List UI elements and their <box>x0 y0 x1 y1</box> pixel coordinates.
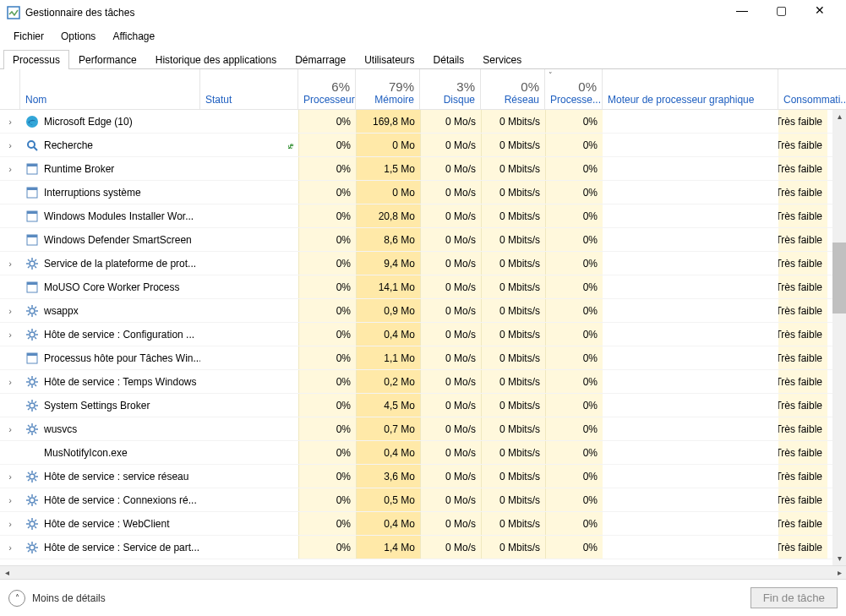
expand-toggle[interactable]: › <box>0 157 20 180</box>
column-status[interactable]: Statut <box>200 69 298 109</box>
process-row[interactable]: ›Microsoft Edge (10)0%169,8 Mo0 Mo/s0 Mb… <box>0 110 846 134</box>
process-row[interactable]: Windows Defender SmartScreen0%8,6 Mo0 Mo… <box>0 228 846 252</box>
memory-cell: 1,1 Mo <box>356 346 420 369</box>
network-cell: 0 Mbits/s <box>481 465 545 488</box>
svg-line-84 <box>28 496 30 498</box>
svg-point-52 <box>30 403 35 408</box>
horizontal-scrollbar[interactable]: ◂ ▸ <box>0 565 846 579</box>
power-cell: Très faible <box>778 441 827 464</box>
expand-toggle[interactable]: › <box>0 323 20 346</box>
title-bar: Gestionnaire des tâches — ▢ ✕ <box>0 0 846 25</box>
memory-cell: 0,4 Mo <box>356 512 420 535</box>
scroll-right-icon[interactable]: ▸ <box>832 568 846 577</box>
tab-users[interactable]: Utilisateurs <box>355 50 423 69</box>
tab-performance[interactable]: Performance <box>69 50 146 69</box>
process-status-cell <box>200 204 298 227</box>
process-row[interactable]: ›wsappx0%0,9 Mo0 Mo/s0 Mbits/s0%Très fai… <box>0 299 846 323</box>
process-name-cell: Microsoft Edge (10) <box>20 110 200 133</box>
process-row[interactable]: ›wusvcs0%0,7 Mo0 Mo/s0 Mbits/s0%Très fai… <box>0 417 846 441</box>
process-status-cell <box>200 181 298 204</box>
tab-details[interactable]: Détails <box>424 50 474 69</box>
scroll-up-icon[interactable]: ▴ <box>832 110 846 123</box>
tab-app-history[interactable]: Historique des applications <box>146 50 286 69</box>
process-row[interactable]: ›Hôte de service : WebClient0%0,4 Mo0 Mo… <box>0 512 846 536</box>
svg-line-49 <box>35 384 36 386</box>
expand-toggle[interactable]: › <box>0 488 20 511</box>
gpu-engine-cell <box>603 275 778 298</box>
window-title: Gestionnaire des tâches <box>25 7 134 19</box>
chevron-up-icon: ˄ <box>8 590 25 607</box>
process-icon <box>25 186 39 199</box>
expand-toggle[interactable]: › <box>0 465 20 488</box>
process-row[interactable]: ›Hôte de service : service réseau0%3,6 M… <box>0 465 846 488</box>
svg-line-93 <box>28 520 30 521</box>
column-network[interactable]: 0%Réseau <box>481 69 545 109</box>
process-row[interactable]: ›Hôte de service : Configuration ...0%0,… <box>0 323 846 346</box>
process-row[interactable]: System Settings Broker0%4,5 Mo0 Mo/s0 Mb… <box>0 394 846 417</box>
expand-toggle[interactable]: › <box>0 134 20 156</box>
memory-cell: 0,4 Mo <box>356 323 420 346</box>
process-icon <box>25 541 39 554</box>
expand-toggle[interactable]: › <box>0 417 20 440</box>
cpu-cell: 0% <box>298 394 356 417</box>
svg-line-68 <box>28 432 30 433</box>
expand-toggle[interactable]: › <box>0 299 20 322</box>
process-row[interactable]: ›Hôte de service : Temps Windows0%0,2 Mo… <box>0 370 846 394</box>
gpu-engine-cell <box>603 228 778 251</box>
process-status-cell: ⸙ <box>200 134 298 156</box>
menu-options[interactable]: Options <box>54 29 102 44</box>
scrollbar-thumb[interactable] <box>832 243 846 314</box>
expand-toggle[interactable]: › <box>0 512 20 535</box>
process-row[interactable]: Windows Modules Installer Wor...0%20,8 M… <box>0 204 846 228</box>
scroll-down-icon[interactable]: ▾ <box>832 552 846 565</box>
process-name-cell: System Settings Broker <box>20 394 200 417</box>
column-disk[interactable]: 3%Disque <box>420 69 481 109</box>
power-cell: Très faible <box>778 252 827 275</box>
svg-rect-5 <box>27 164 37 166</box>
svg-line-75 <box>28 472 30 474</box>
column-gpu-engine[interactable]: Moteur de processeur graphique <box>603 69 778 109</box>
scroll-left-icon[interactable]: ◂ <box>0 568 14 577</box>
process-row[interactable]: MoUSO Core Worker Process0%14,1 Mo0 Mo/s… <box>0 275 846 299</box>
menu-file[interactable]: Fichier <box>7 29 51 44</box>
memory-cell: 0 Mo <box>356 181 420 204</box>
fewer-details-button[interactable]: ˄ Moins de détails <box>8 590 106 607</box>
process-status-cell <box>200 488 298 511</box>
column-cpu[interactable]: 6%Processeur <box>298 69 356 109</box>
expand-toggle[interactable]: › <box>0 370 20 393</box>
column-memory[interactable]: 79%Mémoire <box>356 69 420 109</box>
minimize-button[interactable]: — <box>723 0 761 23</box>
process-row[interactable]: Interruptions système0%0 Mo0 Mo/s0 Mbits… <box>0 181 846 204</box>
process-row[interactable]: Processus hôte pour Tâches Win...0%1,1 M… <box>0 346 846 370</box>
tab-processes[interactable]: Processus <box>3 50 69 69</box>
process-row[interactable]: ›Hôte de service : Service de part...0%1… <box>0 536 846 559</box>
tab-startup[interactable]: Démarrage <box>286 50 355 69</box>
column-gpu[interactable]: ˅0%Processe... <box>545 69 603 109</box>
column-power[interactable]: Consommati... <box>778 69 827 109</box>
column-name[interactable]: Nom <box>20 69 200 109</box>
close-button[interactable]: ✕ <box>800 0 839 23</box>
network-cell: 0 Mbits/s <box>481 181 545 204</box>
gpu-engine-cell <box>603 536 778 559</box>
process-row[interactable]: ›Hôte de service : Connexions ré...0%0,5… <box>0 488 846 512</box>
svg-line-57 <box>28 401 30 403</box>
process-row[interactable]: ›Recherche⸙0%0 Mo0 Mo/s0 Mbits/s0%Très f… <box>0 134 846 157</box>
svg-point-23 <box>30 308 35 313</box>
memory-cell: 0,4 Mo <box>356 441 420 464</box>
tab-services[interactable]: Services <box>473 50 531 69</box>
gpu-engine-cell <box>603 323 778 346</box>
gpu-cell: 0% <box>545 394 603 417</box>
process-row[interactable]: MusNotifyIcon.exe0%0,4 Mo0 Mo/s0 Mbits/s… <box>0 441 846 465</box>
process-row[interactable]: ›Service de la plateforme de prot...0%9,… <box>0 252 846 275</box>
vertical-scrollbar[interactable]: ▴ ▾ <box>832 110 846 565</box>
menu-view[interactable]: Affichage <box>106 29 161 44</box>
expand-toggle[interactable]: › <box>0 110 20 133</box>
expand-toggle[interactable]: › <box>0 536 20 559</box>
process-list: ›Microsoft Edge (10)0%169,8 Mo0 Mo/s0 Mb… <box>0 110 846 565</box>
cpu-cell: 0% <box>298 441 356 464</box>
expand-toggle[interactable]: › <box>0 252 20 275</box>
maximize-button[interactable]: ▢ <box>761 0 800 23</box>
process-name-cell: Hôte de service : Configuration ... <box>20 323 200 346</box>
end-task-button[interactable]: Fin de tâche <box>750 587 838 608</box>
process-row[interactable]: ›Runtime Broker0%1,5 Mo0 Mo/s0 Mbits/s0%… <box>0 157 846 181</box>
